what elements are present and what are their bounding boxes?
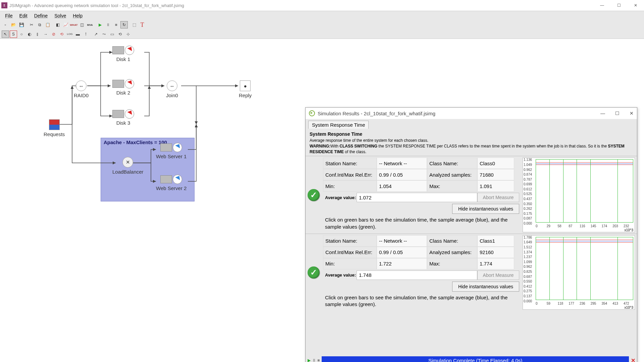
results-icon (309, 110, 315, 116)
join-tool-icon[interactable]: → (42, 31, 49, 38)
window-titlebar: Σ JSIMgraph - Advanced queueing network … (0, 0, 644, 11)
rotate-tool-icon[interactable]: ⟲ (116, 31, 124, 38)
label-max: Max: (427, 258, 477, 269)
router-tool-icon[interactable]: ⊘ (50, 31, 57, 38)
classes-icon[interactable]: ◧ (54, 21, 61, 28)
node-disk3[interactable]: Disk 3 (112, 109, 134, 126)
bezier-tool-icon[interactable]: ⤳ (100, 31, 108, 38)
node-label: Web Server 2 (156, 185, 186, 191)
toolbar-main: ▫ 📂 💾 ✂ ⧉ 📋 ◧ 📈 WHAT ◫ MVA ▶ ⏸ ■ ↻ ⬚ T (0, 20, 644, 29)
status-stop-icon[interactable]: ■ (317, 358, 320, 362)
status-play-icon[interactable]: ▶ (308, 358, 311, 362)
value-class: Class1 (477, 235, 514, 247)
tab-system-response-time[interactable]: System Response Time (308, 121, 369, 129)
value-conf: 0.99 / 0.05 (377, 169, 427, 180)
region-tool-icon[interactable]: ▭ (108, 31, 116, 38)
paste-icon[interactable]: 📋 (44, 21, 51, 28)
select-tool-icon[interactable]: ↖ (2, 31, 9, 38)
status-close-button[interactable]: ✕ (629, 357, 637, 362)
fork-tool-icon[interactable]: ⫿ (34, 31, 41, 38)
node-requests[interactable]: Requests (44, 119, 65, 137)
value-conf: 0.99 / 0.05 (377, 247, 427, 258)
measure-panel-1: ✓ Station Name: -- Network -- Class Name… (306, 234, 637, 311)
node-label: Join0 (166, 93, 178, 98)
maximize-button[interactable]: ☐ (610, 0, 627, 11)
whatif-icon[interactable]: WHAT (70, 21, 77, 28)
link-tool-icon[interactable]: ↗ (92, 31, 100, 38)
value-class: Class0 (477, 158, 514, 169)
value-min: 1.054 (377, 180, 427, 192)
hide-values-button[interactable]: Hide instantaneous values (452, 282, 519, 292)
node-label: Reply (239, 93, 252, 98)
status-pause-icon[interactable]: ⏸ (312, 358, 316, 362)
dialog-maximize-button[interactable]: ☐ (615, 111, 620, 116)
node-reply[interactable]: ● Reply (239, 80, 252, 98)
menu-help[interactable]: Help (69, 12, 86, 19)
instant-chart[interactable]: 1.1361.0490.9620.8740.7870.6990.6120.525… (523, 158, 635, 232)
hide-values-button[interactable]: Hide instantaneous values (452, 204, 519, 214)
jaba-icon[interactable]: ◫ (78, 21, 86, 28)
label-avg: Average value: (323, 195, 357, 200)
node-raid[interactable]: ↔ RAID0 (74, 80, 89, 98)
place-tool-icon[interactable]: ! (82, 31, 90, 38)
node-disk1[interactable]: Disk 1 (112, 46, 134, 62)
refresh-icon[interactable]: ↻ (120, 21, 128, 28)
node-disk2[interactable]: Disk 2 (112, 79, 134, 96)
node-join[interactable]: ↔ Join0 (166, 80, 178, 98)
text-icon[interactable]: T (139, 21, 146, 28)
chart-icon[interactable]: 📈 (62, 21, 69, 28)
results-dialog: Simulation Results - 2cl_10stat_fcr_fork… (305, 107, 637, 362)
close-button[interactable]: ✕ (627, 0, 644, 11)
app-icon: Σ (1, 2, 7, 8)
label-min: Min: (323, 258, 377, 269)
label-max: Max: (427, 180, 477, 192)
new-icon[interactable]: ▫ (2, 21, 9, 28)
menu-define[interactable]: Define (31, 12, 51, 19)
label-conf: Conf.Int/Max Rel.Err: (323, 247, 377, 258)
node-ws1[interactable]: Web Server 1 (156, 143, 186, 159)
play-icon[interactable]: ▶ (96, 21, 104, 28)
template-icon[interactable]: ⬚ (130, 21, 138, 28)
classswitch-tool-icon[interactable]: ⟲ (58, 31, 65, 38)
toolbar-palette: ↖ S ○ ◐ ⫿ → ⊘ ⟲ LOG ▬ ! ↗ ⤳ ▭ ⟲ ⊹ (0, 29, 644, 39)
node-label: Disk 1 (112, 56, 134, 62)
copy-icon[interactable]: ⧉ (36, 21, 43, 28)
node-ws2[interactable]: Web Server 2 (156, 175, 186, 191)
instant-chart[interactable]: 1.7861.6491.5121.3741.2371.0990.9620.825… (523, 235, 635, 310)
panel-header: System Response Time Average response ti… (306, 129, 637, 156)
panel-warning: WARNING:With CLASS SWITCHING the SYSTEM … (310, 143, 633, 155)
pause-icon[interactable]: ⏸ (104, 21, 112, 28)
minimize-button[interactable]: — (594, 0, 610, 11)
menu-solve[interactable]: Solve (51, 12, 69, 19)
delay-tool-icon[interactable]: ◐ (26, 31, 33, 38)
label-samples: Analyzed samples: (427, 247, 477, 258)
open-icon[interactable]: 📂 (10, 21, 17, 28)
label-min: Min: (323, 180, 377, 192)
abort-button: Abort Measure (477, 193, 519, 202)
menu-bar: File Edit Define Solve Help (0, 11, 644, 20)
sink-tool-icon[interactable]: ▬ (74, 31, 82, 38)
value-min: 1.722 (377, 258, 427, 269)
node-loadbalancer[interactable]: ✕ LoadBalancer (112, 157, 144, 175)
station-tool-icon[interactable]: ○ (18, 31, 25, 38)
save-icon[interactable]: 💾 (18, 21, 25, 28)
value-avg: 1.748 (357, 270, 477, 280)
menu-file[interactable]: File (2, 12, 16, 19)
logger-tool-icon[interactable]: LOG (66, 31, 73, 38)
stop-icon[interactable]: ■ (112, 21, 120, 28)
success-icon: ✓ (308, 189, 320, 201)
dialog-titlebar: Simulation Results - 2cl_10stat_fcr_fork… (306, 108, 637, 119)
label-avg: Average value: (323, 273, 357, 278)
dialog-minimize-button[interactable]: — (600, 111, 605, 116)
window-title: JSIMgraph - Advanced queueing network si… (9, 3, 184, 8)
value-station: -- Network -- (377, 235, 427, 247)
dialog-close-button[interactable]: ✕ (630, 111, 634, 116)
cut-icon[interactable]: ✂ (28, 21, 35, 28)
abort-button: Abort Measure (477, 270, 519, 280)
menu-edit[interactable]: Edit (16, 12, 31, 19)
snap-tool-icon[interactable]: ⊹ (124, 31, 132, 38)
label-samples: Analyzed samples: (427, 169, 477, 180)
mva-icon[interactable]: MVA (86, 21, 94, 28)
source-tool-icon[interactable]: S (10, 31, 17, 38)
status-message: Simulation Complete (Time Elapsed: 4.0s) (322, 356, 629, 362)
